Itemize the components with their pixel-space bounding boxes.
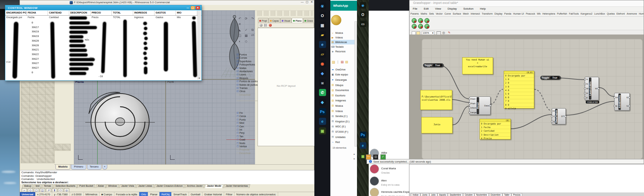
output-pin[interactable]: N — [621, 105, 629, 107]
status-segment[interactable]: x 279.4170 — [36, 192, 52, 196]
boolean-toggle[interactable]: ToggleTrue — [423, 63, 444, 67]
param-component-icon[interactable] — [424, 24, 429, 29]
scroll-down-icon[interactable]: ▼ — [353, 158, 355, 160]
param-component-icon[interactable] — [412, 24, 417, 29]
toolbar-tab[interactable]: test — [33, 184, 42, 188]
gh-datatable-component[interactable]: DCS DataTable DT — [552, 108, 566, 125]
explorer-tree-item[interactable]: ▨Imágenes — [331, 98, 356, 104]
status-segment[interactable]: SmartTrack — [172, 192, 189, 196]
input-pin[interactable]: sheet — [470, 107, 476, 109]
component-tab[interactable]: Mesh — [462, 12, 470, 16]
osnap-checkbox[interactable]: ☐Med — [237, 121, 251, 125]
filter-checkbox[interactable]: ☑Otros — [237, 90, 258, 93]
table-column-header[interactable]: MIO — [176, 11, 197, 15]
toolbar-tab[interactable]: Bakup — [22, 184, 34, 188]
input-pin[interactable]: Start — [470, 98, 476, 100]
menu-item[interactable]: Help — [477, 7, 489, 11]
explorer-tree-item[interactable]: ☁OneDrive — [331, 67, 356, 72]
param-component-icon[interactable] — [418, 18, 423, 23]
component-tab[interactable]: Maths — [420, 12, 428, 16]
component-tab[interactable]: Display — [494, 12, 503, 16]
desktop-icon[interactable]: O — [360, 11, 366, 18]
status-segment[interactable]: y -736.7380 — [52, 192, 70, 196]
component-tab[interactable]: Curve — [444, 12, 452, 16]
component-tab[interactable]: Sets — [428, 12, 435, 16]
filter-checkbox[interactable]: ☑Puntos de control — [237, 80, 258, 83]
sheet-tab[interactable]: Taller — [503, 193, 511, 196]
filter-checkbox[interactable]: ☑Curvas — [237, 56, 258, 59]
osnap-checkbox[interactable]: ☐Desactivar — [237, 152, 251, 155]
component-tab[interactable]: Panda — [503, 12, 512, 16]
component-tab[interactable]: Heteroptera — [541, 12, 556, 16]
sheet-tab[interactable]: Octubre — [463, 193, 474, 196]
viewport-label-planta[interactable]: Planta — [75, 80, 84, 84]
gh-addelements-component[interactable]: WE AddElems EN — [614, 93, 630, 111]
toolbar-tab[interactable]: Aislar — [95, 184, 106, 188]
component-tab[interactable]: LunchBox — [593, 12, 606, 16]
param-component-icon[interactable] — [412, 18, 417, 23]
osnap-checkbox[interactable]: ☑Fin — [237, 111, 251, 115]
avatar[interactable] — [331, 15, 341, 25]
param-component-icon[interactable] — [418, 24, 423, 29]
grasshopper-titlebar[interactable]: Grasshopper - import excel table* — [410, 0, 644, 7]
explorer-tree-item[interactable]: ▣Este equipo — [331, 72, 356, 78]
viewport-tab[interactable]: Tercero — [87, 165, 102, 170]
panel-tab[interactable]: Propi — [258, 18, 269, 23]
side-toolbar-icon[interactable]: ⟳ — [243, 17, 249, 22]
side-toolbar-icon[interactable]: ◐ — [237, 39, 243, 45]
maximize-icon[interactable]: ▢ — [306, 0, 309, 4]
status-segment[interactable]: z 0.0000 — [70, 192, 84, 196]
scrollbar[interactable] — [197, 11, 201, 80]
menu-item[interactable]: View — [432, 7, 444, 11]
table-column-header[interactable]: TOTAL — [112, 11, 133, 15]
toolbar-tab[interactable]: Window — [106, 184, 119, 188]
sheet-tab[interactable]: Junio — [421, 193, 429, 196]
output-pin[interactable]: Data — [480, 105, 490, 107]
taskbar-app-icon[interactable]: Ps — [319, 108, 326, 115]
folder-icon[interactable]: ▨ — [345, 60, 348, 64]
side-toolbar-icon[interactable]: ↷ — [249, 17, 256, 22]
input-pin[interactable]: W — [585, 88, 589, 90]
side-toolbar[interactable]: ↶⟳↷✕◣✓⧉◫▦¹²³◐◇ — [237, 17, 256, 45]
status-segment[interactable]: ■ Cuerpo — [99, 192, 114, 196]
rhino-left-toolbar[interactable] — [21, 81, 55, 163]
input-pin[interactable]: D — [552, 110, 555, 112]
explorer-tree-item[interactable]: ▤Unidades — [331, 134, 356, 140]
explorer-tree-item[interactable]: ⌨Teclado — [331, 44, 356, 49]
status-segment[interactable]: Universal — [20, 192, 36, 196]
filter-checkbox[interactable]: ☐Desactivar — [237, 93, 258, 96]
gh-panel-data[interactable]: (0;0) 0 Encargado por1 02 03 04 05 06 07… — [504, 71, 534, 108]
status-segment[interactable]: Forzado a la rejilla — [114, 192, 140, 196]
scroll-up-icon[interactable]: ▲ — [353, 153, 355, 155]
filter-checkbox[interactable]: ☑Mallas — [237, 67, 258, 70]
taskbar-app-icon[interactable]: O — [319, 12, 326, 19]
table-column-header[interactable]: ENCARGADO POR — [5, 11, 27, 15]
filter-checkbox[interactable]: ☑Luces — [237, 73, 258, 76]
input-pin[interactable]: Path — [470, 102, 476, 105]
input-pin[interactable]: W — [615, 96, 618, 99]
osnap-checkbox[interactable]: ☐Tan — [237, 135, 251, 138]
filter-checkbox[interactable]: ☑Anotaciones — [237, 70, 258, 73]
explorer-tree-item[interactable]: ⌁Red — [331, 139, 356, 145]
cylinder-icon[interactable] — [264, 24, 267, 27]
menu-item[interactable]: Solution — [460, 7, 477, 11]
kangaroo-icon[interactable]: ✓ — [380, 154, 386, 160]
status-segment[interactable]: Orto — [139, 192, 148, 196]
eye-icon[interactable]: ◎ — [442, 31, 445, 35]
input-pin[interactable]: C — [552, 115, 555, 117]
viewport-tab[interactable]: + — [102, 165, 107, 170]
component-tab[interactable]: Anemone — [626, 12, 638, 16]
minimize-icon[interactable]: — — [186, 6, 190, 10]
desktop-icon[interactable]: e — [360, 142, 366, 149]
side-toolbar-icon[interactable]: ◇ — [243, 39, 249, 45]
taskbar-app-icon[interactable]: e — [319, 118, 326, 125]
param-component-icon[interactable] — [424, 18, 429, 23]
output-pin[interactable]: W — [592, 88, 599, 90]
panel-tab[interactable]: Visual — [280, 18, 292, 23]
table-column-header[interactable]: INGRESOS — [133, 11, 155, 15]
sphere-icon[interactable] — [260, 24, 263, 27]
side-toolbar-icon[interactable]: ↶ — [237, 17, 243, 22]
taskbar-app-icon[interactable]: e — [319, 41, 326, 48]
material-icon[interactable] — [269, 24, 272, 27]
component-tab[interactable]: Peacock — [525, 12, 536, 16]
